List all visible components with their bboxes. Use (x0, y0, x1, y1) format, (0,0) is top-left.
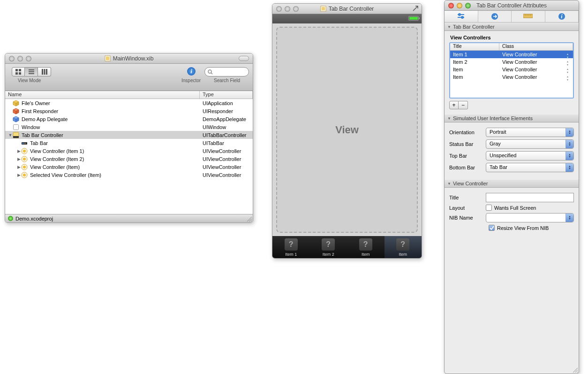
resize-grip-icon[interactable] (246, 216, 252, 221)
row-name: Selected View Controller (Item) (30, 172, 101, 178)
stepper-icon[interactable]: ▴▾ (567, 68, 571, 73)
tab-size[interactable] (512, 11, 545, 22)
list-column-class[interactable]: Class (499, 43, 573, 50)
column-type[interactable]: Type (200, 91, 253, 99)
svg-rect-3 (19, 69, 21, 71)
wants-full-screen-checkbox[interactable] (486, 205, 492, 211)
tab-placeholder-icon: ? (322, 238, 335, 251)
cell-title: Item (450, 74, 499, 80)
row-type: UITabBar (200, 140, 253, 146)
wants-full-screen-label: Wants Full Screen (494, 205, 536, 211)
outline-row[interactable]: WindowUIWindow (5, 123, 253, 131)
outline-row[interactable]: ▶View Controller (Item 1)UIViewControlle… (5, 147, 253, 155)
disclosure-triangle[interactable]: ▶ (16, 173, 21, 177)
view-controllers-list[interactable]: Title Class Item 1View Controller▴▾Item … (449, 42, 574, 99)
inspector-tabs: i (445, 11, 579, 23)
orientation-popup[interactable]: Portrait▲▼ (486, 128, 574, 137)
outline-row[interactable]: ▶Selected View Controller (Item)UIViewCo… (5, 171, 253, 179)
row-name: View Controller (Item 1) (30, 148, 84, 154)
view-placeholder[interactable]: View (276, 27, 418, 233)
ios-tab-item[interactable]: ?Item 2 (310, 236, 347, 259)
ios-tab-item[interactable]: ?Item (384, 236, 422, 259)
tab-label: Item (399, 252, 407, 257)
resize-grip-icon[interactable] (572, 367, 578, 373)
view-mode-icons[interactable] (12, 67, 25, 76)
expand-icon[interactable] (413, 6, 418, 12)
tab-connections[interactable] (478, 11, 512, 22)
status-bar-popup[interactable]: Gray▲▼ (486, 139, 574, 149)
outline-row[interactable]: File's OwnerUIApplication (5, 99, 253, 107)
svg-rect-1 (106, 57, 109, 60)
view-mode-list[interactable] (25, 67, 38, 76)
vc-circle-icon (21, 156, 28, 162)
svg-rect-11 (46, 69, 47, 75)
svg-point-34 (461, 16, 464, 19)
bottom-bar-popup[interactable]: Tab Bar▲▼ (486, 163, 574, 172)
add-button[interactable]: + (449, 101, 459, 109)
status-text: Demo.xcodeproj (15, 216, 53, 221)
ruler-icon (523, 13, 533, 20)
view-mode-segmented[interactable] (12, 67, 51, 76)
list-column-title[interactable]: Title (450, 43, 499, 50)
disclosure-triangle[interactable]: ▶ (16, 157, 21, 161)
disclosure-triangle[interactable]: ▼ (8, 133, 13, 137)
layout-label: Layout (449, 205, 486, 211)
disclosure-triangle[interactable]: ▶ (16, 149, 21, 153)
top-bar-popup[interactable]: Unspecified▲▼ (486, 151, 574, 160)
ios-tab-item[interactable]: ?Item 1 (272, 236, 310, 259)
list-row[interactable]: Item 2View Controller▴▾ (450, 58, 573, 66)
section-view-controller[interactable]: ▼View Controller (445, 179, 579, 188)
row-type: UIApplication (200, 100, 253, 106)
section-simulated-ui[interactable]: ▼Simulated User Interface Elements (445, 114, 579, 122)
tab-attributes[interactable] (445, 11, 478, 22)
slider-icon (457, 12, 465, 21)
list-row[interactable]: ItemView Controller▴▾ (450, 66, 573, 73)
svg-point-12 (208, 70, 211, 73)
tab-label: Item 1 (285, 252, 297, 257)
outline-row[interactable]: ▼Tab Bar ControllerUITabBarController (5, 131, 253, 139)
outline-row[interactable]: First ResponderUIResponder (5, 107, 253, 115)
ios-tab-bar[interactable]: ?Item 1?Item 2?Item?Item (272, 236, 422, 259)
outline-row[interactable]: ▶View Controller (Item 2)UIViewControlle… (5, 155, 253, 163)
tab-identity[interactable]: i (545, 11, 579, 22)
titlebar[interactable]: Tab Bar Controller (272, 4, 422, 14)
title-field[interactable] (486, 193, 574, 202)
titlebar[interactable]: MainWindow.xib (5, 53, 253, 64)
row-name: Window (22, 124, 40, 130)
stepper-icon[interactable]: ▴▾ (567, 75, 571, 81)
cell-class: View Controller▴▾ (499, 52, 573, 57)
svg-rect-8 (29, 73, 34, 74)
outline-row[interactable]: ▶View Controller (Item)UIViewController (5, 163, 253, 171)
ios-tab-item[interactable]: ?Item (347, 236, 384, 259)
disclosure-triangle[interactable]: ▶ (16, 165, 21, 169)
cell-class: View Controller▴▾ (499, 59, 573, 65)
stepper-icon[interactable]: ▴▾ (567, 60, 571, 66)
section-tab-bar-controller[interactable]: ▼Tab Bar Controller (445, 23, 579, 31)
nib-name-combobox[interactable]: ▲▼ (486, 213, 574, 222)
arrow-circle-icon (490, 12, 499, 21)
row-type: DemoAppDelegate (200, 116, 253, 122)
outline-view[interactable]: File's OwnerUIApplicationFirst Responder… (5, 99, 253, 179)
search-field[interactable] (204, 67, 249, 76)
list-row[interactable]: ItemView Controller▴▾ (450, 73, 573, 81)
remove-button[interactable]: − (459, 101, 468, 109)
top-bar-label: Top Bar (449, 153, 486, 159)
svg-rect-30 (321, 7, 324, 10)
cell-title: Item (450, 67, 499, 72)
document-browser-window: MainWindow.xib View Mode i Inspector Sea… (5, 53, 253, 223)
ib-file-icon (320, 6, 326, 12)
view-mode-column[interactable] (38, 67, 51, 76)
column-name[interactable]: Name (5, 91, 200, 99)
nib-name-label: NIB Name (449, 215, 486, 221)
svg-rect-16 (13, 136, 19, 138)
svg-rect-9 (42, 69, 43, 75)
outline-row[interactable]: Tab BarUITabBar (5, 139, 253, 147)
search-label: Search Field (214, 78, 240, 83)
resize-view-checkbox[interactable] (489, 225, 495, 231)
outline-row[interactable]: Demo App DelegateDemoAppDelegate (5, 115, 253, 123)
toolbar-toggle-button[interactable] (239, 56, 249, 61)
titlebar[interactable]: Tab Bar Controller Attributes (445, 0, 579, 11)
list-row[interactable]: Item 1View Controller▴▾ (450, 51, 573, 58)
inspector-icon[interactable]: i (187, 67, 196, 76)
stepper-icon[interactable]: ▴▾ (567, 53, 571, 58)
